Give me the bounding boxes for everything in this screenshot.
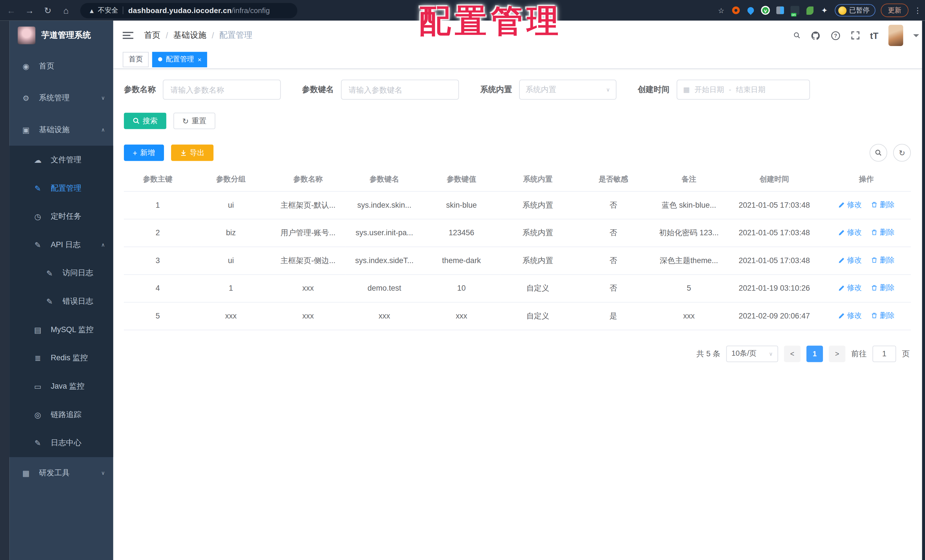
delete-link[interactable]: 删除 xyxy=(871,283,895,293)
page-size-select[interactable]: 10条/页 ∨ xyxy=(726,345,778,362)
sidebar-item-dev-tools[interactable]: ▦ 研发工具 ∨ xyxy=(9,457,113,489)
breadcrumb-separator: / xyxy=(212,31,214,40)
delete-link[interactable]: 删除 xyxy=(871,255,895,265)
edit-link[interactable]: 修改 xyxy=(838,255,862,265)
app-logo[interactable]: 芋道管理系统 xyxy=(9,21,113,50)
sidebar-item-access-logs[interactable]: ✎ 访问日志 xyxy=(9,259,113,287)
address-bar[interactable]: ▲ 不安全 dashboard.yudao.iocoder.cn /infra/… xyxy=(80,3,297,18)
param-key-label: 参数键名 xyxy=(302,84,334,95)
goto-page-input[interactable] xyxy=(872,345,896,362)
bookmark-star-icon[interactable]: ☆ xyxy=(716,6,726,15)
config-page-content: 参数名称 参数键名 系统内置 系统内置 ∨ 创建时间 ▦ 开始日期 - 结束日期 xyxy=(113,69,925,560)
gear-icon: ⚙ xyxy=(21,93,31,102)
sidebar-item-home[interactable]: ◉ 首页 xyxy=(9,50,113,82)
url-path: /infra/config xyxy=(232,6,270,15)
github-icon[interactable] xyxy=(811,30,820,40)
sidebar-item-scheduled-tasks[interactable]: ◷ 定时任务 xyxy=(9,202,113,231)
back-icon[interactable]: ← xyxy=(5,5,18,15)
refresh-table-button[interactable]: ↻ xyxy=(893,144,911,162)
browser-update-button[interactable]: 更新 xyxy=(881,3,908,17)
sidebar-item-config-management[interactable]: ✎ 配置管理 xyxy=(9,174,113,202)
search-button[interactable]: 搜索 xyxy=(124,113,166,129)
extension-on-badge-icon[interactable] xyxy=(790,6,800,15)
sidebar-item-file-management[interactable]: ☁ 文件管理 xyxy=(9,146,113,174)
browser-extensions-area: ☆ v ✦ 已暂停 更新 ⋮ xyxy=(716,0,921,21)
tag-config-management[interactable]: 配置管理 × xyxy=(152,52,208,67)
tag-home[interactable]: 首页 xyxy=(123,52,149,67)
help-icon[interactable]: ? xyxy=(830,30,840,40)
param-name-input[interactable] xyxy=(163,80,281,100)
sidebar-item-java-monitor[interactable]: ▭ Java 监控 xyxy=(9,372,113,400)
edit-link[interactable]: 修改 xyxy=(838,200,862,210)
builtin-select[interactable]: 系统内置 ∨ xyxy=(519,80,617,100)
avatar-caret-icon[interactable] xyxy=(913,34,919,40)
home-icon[interactable]: ⌂ xyxy=(60,5,73,15)
layers-icon: ≣ xyxy=(33,354,42,362)
sidebar-item-infrastructure[interactable]: ▣ 基础设施 ∧ xyxy=(9,114,113,146)
table-row: 2 biz 用户管理-账号... sys.user.init-pa... 123… xyxy=(124,219,911,247)
delete-link[interactable]: 删除 xyxy=(871,227,895,238)
sidebar-item-error-logs[interactable]: ✎ 错误日志 xyxy=(9,287,113,316)
export-button[interactable]: 导出 xyxy=(171,145,213,161)
fullscreen-icon[interactable] xyxy=(851,31,860,40)
sidebar-item-log-center[interactable]: ✎ 日志中心 xyxy=(9,429,113,457)
toggle-search-button[interactable] xyxy=(869,144,887,162)
edit-link[interactable]: 修改 xyxy=(838,283,862,293)
chevron-down-icon: ∨ xyxy=(606,87,610,93)
breadcrumb-separator: / xyxy=(166,31,168,40)
param-key-input[interactable] xyxy=(341,80,459,100)
chevron-down-icon: ∨ xyxy=(101,470,105,476)
delete-link[interactable]: 删除 xyxy=(871,200,895,210)
reload-icon[interactable]: ↻ xyxy=(41,5,54,16)
cloud-upload-icon: ☁ xyxy=(33,155,42,164)
date-range-picker[interactable]: ▦ 开始日期 - 结束日期 xyxy=(676,80,810,100)
create-time-label: 创建时间 xyxy=(638,84,669,95)
breadcrumb-infrastructure[interactable]: 基础设施 xyxy=(173,30,206,41)
search-icon[interactable] xyxy=(794,32,800,39)
extension-leaf-icon[interactable] xyxy=(805,6,815,15)
col-param-id: 参数主键 xyxy=(124,169,191,191)
col-sensitive: 是否敏感 xyxy=(575,169,651,191)
user-avatar[interactable] xyxy=(888,25,903,46)
sidebar-submenu-infrastructure: ☁ 文件管理 ✎ 配置管理 ◷ 定时任务 ✎ API 日志 ∧ ✎ xyxy=(9,146,113,457)
goto-label: 前往 xyxy=(851,348,867,359)
browser-menu-icon[interactable]: ⋮ xyxy=(914,6,922,15)
edit-link[interactable]: 修改 xyxy=(838,227,862,238)
edit-link[interactable]: 修改 xyxy=(838,310,862,321)
sidebar-item-mysql-monitor[interactable]: ▤ MySQL 监控 xyxy=(9,316,113,344)
browser-scrollbar[interactable] xyxy=(922,21,925,560)
forward-icon[interactable]: → xyxy=(23,5,36,15)
breadcrumb-home[interactable]: 首页 xyxy=(144,30,161,41)
sidebar-item-system-management[interactable]: ⚙ 系统管理 ∨ xyxy=(9,82,113,114)
param-name-label: 参数名称 xyxy=(124,84,156,95)
timer-icon: ◷ xyxy=(33,212,42,221)
extension-pin-icon[interactable] xyxy=(746,6,755,15)
hamburger-icon[interactable] xyxy=(123,30,133,41)
table-row: 4 1 xxx demo.test 10 自定义 否 5 2021-01-19 … xyxy=(124,274,911,302)
sidebar-item-api-logs[interactable]: ✎ API 日志 ∧ xyxy=(9,231,113,259)
add-button[interactable]: + 新增 xyxy=(124,145,164,161)
chevron-up-icon: ∧ xyxy=(101,242,105,248)
delete-link[interactable]: 删除 xyxy=(871,310,895,321)
document-icon: ✎ xyxy=(45,297,54,306)
search-form: 参数名称 参数键名 系统内置 系统内置 ∨ 创建时间 ▦ 开始日期 - 结束日期 xyxy=(124,80,911,100)
extension-green-check-icon[interactable]: v xyxy=(761,6,770,15)
not-secure-warning-icon: ▲ xyxy=(88,7,95,14)
reset-button[interactable]: ↻ 重置 xyxy=(173,113,215,129)
extension-grid-icon[interactable] xyxy=(776,6,785,15)
chevron-down-icon: ∨ xyxy=(101,95,105,101)
close-tag-icon[interactable]: × xyxy=(197,56,201,63)
sidebar-item-redis-monitor[interactable]: ≣ Redis 监控 xyxy=(9,344,113,372)
logo-avatar xyxy=(18,26,35,44)
next-page-button[interactable]: > xyxy=(829,345,845,362)
extension-orange-icon[interactable] xyxy=(731,6,741,15)
calendar-icon: ▦ xyxy=(683,86,690,94)
extensions-puzzle-icon[interactable]: ✦ xyxy=(820,6,829,15)
sidebar-item-trace[interactable]: ◎ 链路追踪 xyxy=(9,400,113,429)
prev-page-button[interactable]: < xyxy=(784,345,800,362)
app-title: 芋道管理系统 xyxy=(41,30,90,41)
profile-paused-chip[interactable]: 已暂停 xyxy=(835,4,875,17)
font-size-icon[interactable]: tT xyxy=(870,30,878,40)
active-tag-dot xyxy=(158,57,162,62)
page-1-button[interactable]: 1 xyxy=(806,345,823,362)
